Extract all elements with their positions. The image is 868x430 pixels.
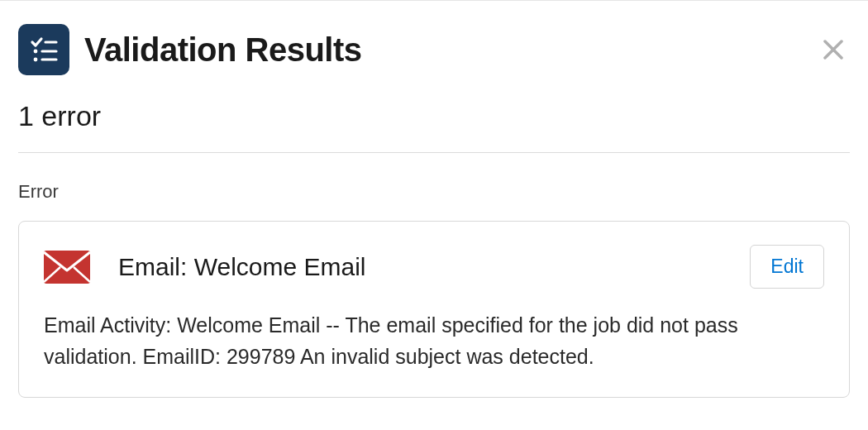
error-card: Email: Welcome Email Edit Email Activity… (18, 221, 850, 398)
section-label: Error (18, 181, 850, 203)
error-card-left: Email: Welcome Email (44, 251, 366, 284)
error-message: Email Activity: Welcome Email -- The ema… (44, 310, 824, 372)
error-card-header: Email: Welcome Email Edit (44, 245, 824, 289)
header-row: Validation Results (18, 24, 850, 75)
header-left: Validation Results (18, 24, 362, 75)
validation-list-icon (18, 24, 69, 75)
page-title: Validation Results (84, 31, 362, 69)
validation-results-panel: Validation Results 1 error Error (0, 0, 868, 416)
svg-rect-7 (44, 251, 90, 284)
divider (18, 152, 850, 153)
error-card-title: Email: Welcome Email (118, 253, 366, 281)
close-icon (821, 37, 846, 62)
email-icon (44, 251, 90, 284)
error-count: 1 error (18, 100, 850, 132)
edit-button[interactable]: Edit (750, 245, 824, 289)
svg-point-1 (34, 50, 38, 54)
svg-point-3 (34, 58, 38, 62)
close-button[interactable] (817, 33, 850, 66)
